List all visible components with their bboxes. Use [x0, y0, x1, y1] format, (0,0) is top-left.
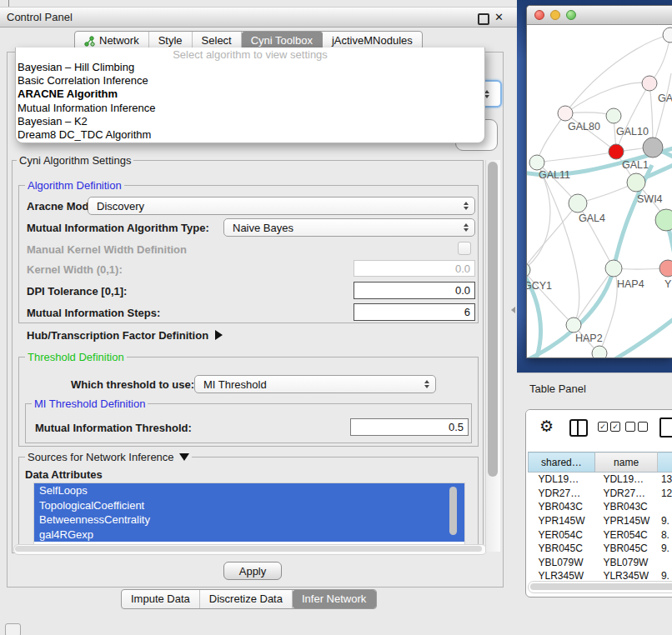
node-label-gal80: GAL80: [568, 121, 600, 132]
network-node-gal1[interactable]: [609, 144, 624, 159]
which-threshold-label: Which threshold to use:: [71, 378, 194, 391]
table-cell: YER054C: [594, 528, 658, 542]
node-table-window: ⚙ ✓ ✓ shared…name YDL19…YDL19…13YDR27…YD…: [525, 409, 672, 598]
hub-definition-label: Hub/Transcription Factor Definition: [27, 329, 208, 342]
network-node[interactable]: [592, 346, 607, 358]
aracne-mode-combo[interactable]: Discovery: [88, 197, 475, 215]
hub-definition-expander[interactable]: Hub/Transcription Factor Definition: [27, 329, 223, 342]
network-node-gal11[interactable]: [529, 155, 544, 170]
cyni-bottom-tab-strip: Impute DataDiscretize DataInfer Network: [121, 589, 377, 609]
table-row[interactable]: YPR145WYPR145W9.: [529, 514, 672, 528]
data-attributes-list[interactable]: SelfLoopsTopologicalCoefficientBetweenne…: [33, 482, 465, 545]
table-row[interactable]: YDR27…YDR27…12: [529, 487, 672, 501]
kernel-width-field[interactable]: 0.0: [354, 260, 475, 277]
network-canvas[interactable]: GAL7GAL80GAL10GAL1GAL11SWI4GAL4GCY1HAP4Y…: [527, 25, 672, 358]
settings-horizontal-scrollbar[interactable]: [13, 544, 487, 555]
mi-steps-field[interactable]: 6: [354, 303, 475, 321]
table-row[interactable]: YBR045CYBR045C9.: [529, 542, 672, 556]
sources-expander[interactable]: Sources for Network Inference: [25, 451, 192, 463]
checked-box-icon[interactable]: ✓: [598, 422, 608, 432]
column-header-2[interactable]: [658, 452, 672, 472]
scrollbar-thumb[interactable]: [488, 162, 498, 477]
table-cell: YBR043C: [594, 500, 658, 514]
algorithm-option-aracne-algorithm[interactable]: ARACNE Algorithm: [16, 88, 484, 101]
network-icon: [84, 36, 95, 47]
attribute-item-selfloops[interactable]: SelfLoops: [34, 483, 464, 498]
panel-splitter-handle[interactable]: [511, 307, 515, 313]
unchecked-box-icon[interactable]: [625, 422, 635, 432]
mi-threshold-value: 0.5: [449, 421, 464, 433]
table-row[interactable]: YBL079WYBL079W: [529, 556, 672, 570]
close-traffic-light[interactable]: [534, 10, 544, 20]
network-node-swi4[interactable]: [627, 173, 645, 192]
network-node-gal10[interactable]: [606, 108, 621, 123]
apply-button[interactable]: Apply: [223, 562, 282, 580]
cyni-tab-infer-network[interactable]: Infer Network: [293, 590, 376, 608]
network-node-gal4[interactable]: [569, 194, 587, 212]
scrollbar-thumb[interactable]: [530, 583, 672, 590]
unchecked-box-icon[interactable]: [638, 422, 648, 432]
network-node[interactable]: [663, 28, 672, 42]
close-panel-icon[interactable]: ✕: [494, 11, 504, 23]
network-node-hap4[interactable]: [605, 260, 622, 277]
table-horizontal-scrollbar[interactable]: [528, 581, 672, 593]
node-label-gcy1: GCY1: [527, 280, 552, 292]
network-edge[interactable]: [527, 203, 578, 270]
gear-icon[interactable]: ⚙: [539, 417, 554, 436]
network-node[interactable]: [655, 209, 672, 231]
attribute-item-gal4rgexp[interactable]: gal4RGexp: [34, 528, 464, 542]
network-node-gal80[interactable]: [558, 106, 573, 121]
network-node-hap2[interactable]: [566, 318, 581, 332]
network-edge[interactable]: [537, 162, 579, 325]
table-row[interactable]: YER054CYER054C8.: [529, 528, 672, 542]
settings-vertical-scrollbar[interactable]: [485, 160, 500, 552]
window-grip[interactable]: [5, 623, 21, 635]
dpi-tolerance-field[interactable]: 0.0: [354, 282, 475, 299]
which-threshold-combo[interactable]: MI Threshold: [194, 375, 436, 393]
document-icon[interactable]: [659, 418, 672, 438]
attribute-item-betweennesscentrality[interactable]: BetweennessCentrality: [34, 512, 464, 528]
network-window-titlebar[interactable]: [527, 6, 672, 25]
algorithm-option-mutual-information-inference[interactable]: Mutual Information Inference: [16, 102, 484, 115]
float-panel-icon[interactable]: [478, 13, 489, 25]
mi-algorithm-type-combo[interactable]: Naive Bayes: [223, 218, 475, 237]
network-edge[interactable]: [537, 152, 616, 162]
algorithm-option-bayesian-hill-climbing[interactable]: Bayesian – Hill Climbing: [16, 61, 484, 74]
algorithm-option-dream8-dc-tdc-algorithm[interactable]: Dream8 DC_TDC Algorithm: [16, 128, 484, 142]
network-edge[interactable]: [565, 35, 670, 113]
manual-kernel-width-checkbox[interactable]: [458, 242, 471, 255]
aracne-mode-value: Discovery: [97, 200, 144, 212]
network-edge-highlighted[interactable]: [527, 165, 652, 358]
table-cell: YPR145W: [594, 514, 658, 528]
table-cell: YBR043C: [529, 500, 595, 514]
network-node[interactable]: [643, 138, 663, 158]
checked-box-icon[interactable]: ✓: [610, 422, 620, 432]
network-node-gal7[interactable]: [642, 76, 657, 91]
table-cell: YDR27…: [594, 487, 658, 501]
node-label-gal1: GAL1: [622, 159, 649, 171]
screenshot-root: { "ui_colors": { "selection_blue": "#3d6…: [0, 0, 672, 635]
attribute-item-topologicalcoefficient[interactable]: TopologicalCoefficient: [34, 498, 464, 513]
cyni-tab-impute-data[interactable]: Impute Data: [122, 590, 200, 608]
sources-title: Sources for Network Inference: [28, 451, 174, 463]
table-cell: 8.: [658, 528, 672, 542]
network-node-y[interactable]: [659, 260, 672, 277]
table-cell: YER054C: [529, 528, 595, 542]
node-label-y: Y: [664, 278, 672, 290]
scrollbar-thumb[interactable]: [15, 546, 482, 552]
column-header-shared[interactable]: shared…: [529, 452, 595, 472]
minimize-traffic-light[interactable]: [550, 10, 560, 20]
cyni-tab-discretize-data[interactable]: Discretize Data: [200, 590, 293, 608]
column-header-name[interactable]: name: [594, 452, 658, 472]
split-columns-icon[interactable]: [569, 419, 588, 437]
mi-threshold-field[interactable]: 0.5: [350, 418, 469, 436]
algorithm-option-basic-correlation-inference[interactable]: Basic Correlation Inference: [16, 74, 484, 88]
zoom-traffic-light[interactable]: [566, 10, 576, 20]
mi-algorithm-type-label: Mutual Information Algorithm Type:: [27, 222, 209, 234]
algorithm-option-bayesian-k2[interactable]: Bayesian – K2: [16, 115, 484, 128]
table-row[interactable]: YDL19…YDL19…13: [529, 472, 672, 487]
control-panel-title: Control Panel: [7, 11, 73, 23]
list-scrollbar-thumb[interactable]: [449, 487, 457, 535]
table-row[interactable]: YBR043CYBR043C: [529, 500, 672, 514]
network-edge[interactable]: [537, 113, 565, 162]
